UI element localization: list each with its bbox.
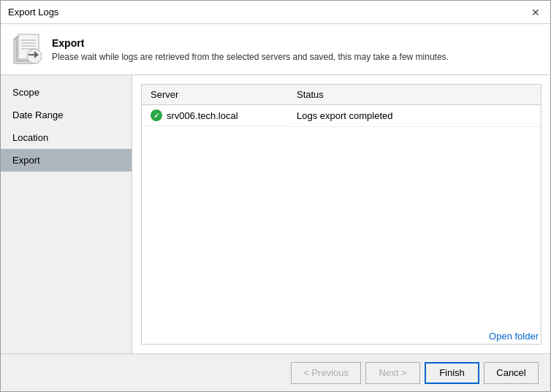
next-button[interactable]: Next > — [365, 362, 420, 384]
export-icon — [12, 33, 42, 66]
status-cell: Logs export completed — [288, 105, 541, 127]
open-folder-link[interactable]: Open folder — [489, 331, 539, 342]
col-header-status: Status — [288, 85, 541, 105]
server-name: srv006.tech.local — [167, 110, 238, 121]
sidebar: Scope Date Range Location Export — [1, 75, 132, 353]
dialog-title: Export Logs — [8, 7, 58, 18]
previous-button[interactable]: < Previous — [291, 362, 361, 384]
results-table: Server Status srv006.tech.localLogs expo… — [142, 85, 541, 127]
finish-button[interactable]: Finish — [425, 362, 479, 384]
sidebar-item-export[interactable]: Export — [1, 149, 132, 172]
main-panel: Server Status srv006.tech.localLogs expo… — [132, 75, 550, 353]
footer: < Previous Next > Finish Cancel — [1, 353, 550, 391]
close-button[interactable]: ✕ — [528, 5, 543, 20]
header-description: Please wait while logs are retrieved fro… — [52, 52, 449, 62]
header-section: Export Please wait while logs are retrie… — [1, 24, 550, 75]
header-title: Export — [52, 37, 449, 49]
header-text: Export Please wait while logs are retrie… — [52, 37, 449, 62]
export-logs-dialog: Export Logs ✕ Export Please wait whil — [0, 0, 551, 392]
svg-rect-9 — [28, 54, 34, 55]
server-cell: srv006.tech.local — [142, 105, 288, 126]
sidebar-item-date-range[interactable]: Date Range — [1, 104, 132, 126]
sidebar-item-scope[interactable]: Scope — [1, 81, 132, 104]
cancel-button[interactable]: Cancel — [484, 362, 539, 384]
success-icon — [151, 109, 162, 121]
title-bar: Export Logs ✕ — [1, 1, 550, 24]
sidebar-item-location[interactable]: Location — [1, 126, 132, 149]
col-header-server: Server — [142, 85, 288, 105]
table-row: srv006.tech.localLogs export completed — [142, 105, 541, 127]
content-area: Scope Date Range Location Export Server … — [1, 75, 550, 353]
results-table-container: Server Status srv006.tech.localLogs expo… — [141, 84, 542, 345]
